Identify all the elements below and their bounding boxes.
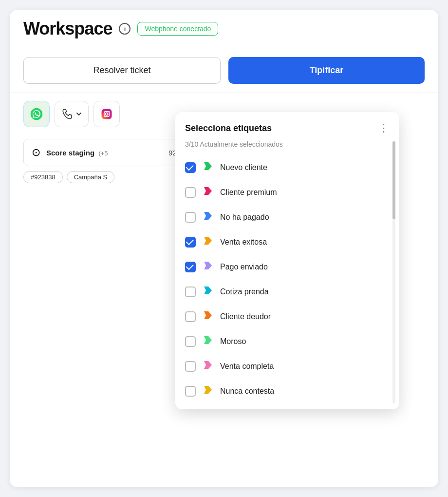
label-item-cliente-premium[interactable]: Cliente premium [175,180,399,205]
label-tag-icon-nuevo-cliente [203,161,213,174]
whatsapp-channel-button[interactable] [23,101,50,127]
checkbox-cotiza-prenda[interactable] [185,287,196,297]
dropdown-count: 3/10 Actualmente seleccionados [175,140,399,155]
checkbox-nuevo-cliente[interactable] [185,162,196,173]
tipificar-button[interactable]: Tipificar [228,57,425,84]
phone-channel-button[interactable] [55,101,89,127]
label-text-no-ha-pagado: No ha pagado [220,213,269,222]
svg-point-0 [31,108,43,120]
label-item-pago-enviado[interactable]: Pago enviado [175,254,399,279]
checkbox-cliente-deudor[interactable] [185,311,196,322]
checkbox-venta-exitosa[interactable] [185,237,196,248]
instagram-channel-button[interactable] [93,101,120,127]
label-tag-icon-cotiza-prenda [203,285,213,298]
svg-rect-1 [102,109,112,119]
chevron-down-icon [76,111,82,117]
label-item-nunca-contesta[interactable]: Nunca contesta [175,379,399,403]
label-text-nunca-contesta: Nunca contesta [220,387,274,396]
label-text-venta-completa: Venta completa [220,362,274,371]
dropdown-header: Selecciona etiquetas ⋮ [175,122,399,140]
label-item-no-ha-pagado[interactable]: No ha pagado [175,205,399,229]
label-item-moroso[interactable]: Moroso [175,329,399,354]
scrollbar-thumb [392,141,395,219]
label-text-moroso: Moroso [220,337,246,346]
action-bar: Resolver ticket Tipificar [10,47,438,93]
label-item-venta-completa[interactable]: Venta completa [175,354,399,379]
info-icon[interactable]: i [119,23,131,35]
phone-icon [61,108,74,120]
instagram-icon [100,107,113,121]
main-card: Workspace i Webphone conectado Resolver … [10,10,438,487]
scrollbar-track [392,141,395,403]
checkbox-no-ha-pagado[interactable] [185,212,196,223]
label-text-cliente-premium: Cliente premium [220,188,277,197]
page-title: Workspace [23,19,112,39]
dropdown-title: Selecciona etiquetas [185,123,272,134]
checkbox-cliente-premium[interactable] [185,187,196,198]
labels-list: Nuevo cliente Cliente premium No ha paga… [175,155,399,403]
label-text-cliente-deudor: Cliente deudor [220,312,271,321]
label-tag-icon-nunca-contesta [203,384,213,398]
label-tag-icon-cliente-deudor [203,310,213,323]
label-text-venta-exitosa: Venta exitosa [220,238,267,247]
checkbox-moroso[interactable] [185,336,196,347]
checkbox-venta-completa[interactable] [185,361,196,372]
label-text-cotiza-prenda: Cotiza prenda [220,287,269,296]
webphone-badge: Webphone conectado [137,22,218,36]
label-tag-icon-moroso [203,335,213,348]
score-card: ⊙ Score staging (+5 929 [23,139,189,166]
label-tag-icon-no-ha-pagado [203,210,213,224]
label-item-cliente-deudor[interactable]: Cliente deudor [175,304,399,329]
label-item-venta-exitosa[interactable]: Venta exitosa [175,229,399,254]
label-tag-icon-cliente-premium [203,186,213,199]
checkbox-nunca-contesta[interactable] [185,386,196,397]
header: Workspace i Webphone conectado [10,10,438,47]
tag-id: #923838 [23,171,63,183]
labels-dropdown: Selecciona etiquetas ⋮ 3/10 Actualmente … [175,112,399,409]
label-item-nuevo-cliente[interactable]: Nuevo cliente [175,155,399,180]
label-item-cotiza-prenda[interactable]: Cotiza prenda [175,279,399,304]
label-tag-icon-venta-completa [203,360,213,373]
resolver-ticket-button[interactable]: Resolver ticket [23,57,221,84]
checkbox-pago-enviado[interactable] [185,262,196,272]
more-options-icon[interactable]: ⋮ [378,122,390,134]
score-icon: ⊙ [32,146,40,159]
score-name: Score staging (+5 [46,149,108,157]
label-text-pago-enviado: Pago enviado [220,263,268,271]
label-tag-icon-pago-enviado [203,260,213,273]
label-text-nuevo-cliente: Nuevo cliente [220,163,267,172]
svg-point-4 [109,111,110,112]
whatsapp-icon [30,107,43,121]
tag-campaign: Campaña S [67,171,115,183]
label-tag-icon-venta-exitosa [203,235,213,248]
